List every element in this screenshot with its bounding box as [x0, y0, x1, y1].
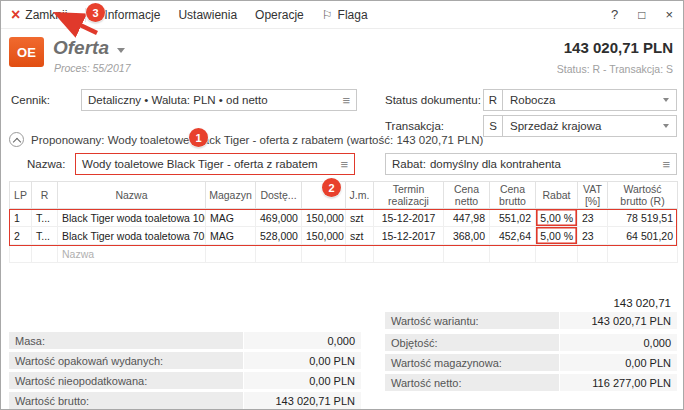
nazwa-row: Nazwa: Wody toaletowe Black Tiger - ofer…	[27, 153, 355, 175]
collapse-chevron-up-icon[interactable]	[9, 132, 24, 147]
wartosc-wariantu-value: 143 020,71 PLN	[559, 312, 677, 329]
table-cell: 15-12-2017	[374, 209, 444, 227]
column-header-vat[interactable]: VAT [%]	[578, 182, 608, 209]
annotation-badge-3: 3	[86, 3, 105, 22]
column-header-cena-brutto[interactable]: Cena brutto	[490, 182, 536, 209]
flag-icon: ⚐	[322, 8, 333, 22]
nazwa-label: Nazwa:	[27, 158, 75, 170]
wartosc-nieopodatkowana-value: 0,00 PLN	[243, 372, 361, 389]
transakcja-dropdown[interactable]: Sprzedaż krajowa	[503, 115, 677, 137]
help-button[interactable]: ?	[611, 7, 618, 22]
items-table: LP R Nazwa Magazyn Dostę... J.m. Termin …	[9, 181, 678, 263]
menu-flaga[interactable]: ⚐ Flaga	[322, 8, 368, 22]
table-empty-row[interactable]: Nazwa	[10, 245, 678, 263]
cennik-field[interactable]: Detaliczny • Waluta: PLN • od netto ≡	[81, 89, 357, 111]
table-cell: 15-12-2017	[374, 227, 444, 245]
table-row[interactable]: 2 T... Black Tiger woda toaletowa 70ml M…	[10, 227, 678, 245]
table-cell: MAG	[206, 209, 256, 227]
table-cell: 78 519,51	[608, 209, 678, 227]
cennik-value: Detaliczny • Waluta: PLN • od netto	[88, 94, 268, 106]
menu-zamknij-label: Zamknij	[25, 8, 67, 22]
column-header-rabat[interactable]: Rabat	[536, 182, 578, 209]
objetosc-value: 0,000	[559, 334, 677, 351]
status-code-box[interactable]: R	[483, 89, 503, 111]
table-cell: 64 501,20	[608, 227, 678, 245]
wartosc-nieopodatkowana-row: Wartość nieopodatkowana: 0,00 PLN	[9, 372, 361, 389]
nazwa-options-icon[interactable]: ≡	[340, 158, 348, 171]
offer-document-window: × Zamknij Informacje Ustawienia Operacje…	[0, 0, 684, 410]
table-cell: 150,000	[302, 209, 346, 227]
column-header-r[interactable]: R	[32, 182, 58, 209]
column-header-magazyn[interactable]: Magazyn	[206, 182, 256, 209]
wartosc-magazynowa-row: Wartość magazynowa: 0,00 PLN	[385, 354, 677, 371]
rabat-field[interactable]: Rabat: domyślny dla kontrahenta ≡	[385, 153, 677, 175]
wartosc-netto-value: 116 277,00 PLN	[559, 374, 677, 391]
transakcja-label: Transakcja:	[385, 120, 483, 132]
new-item-placeholder-cell[interactable]: Nazwa	[58, 245, 206, 263]
document-total-amount: 143 020,71 PLN	[564, 39, 673, 56]
wartosc-wariantu-label: Wartość wariantu:	[385, 312, 559, 329]
empty-cell	[536, 245, 578, 263]
status-dropdown[interactable]: Robocza	[503, 89, 677, 111]
masa-row: Masa: 0,000	[9, 332, 361, 349]
wartosc-brutto-label: Wartość brutto:	[9, 392, 243, 409]
annotation-badge-1: 1	[189, 128, 208, 147]
table-cell: T...	[32, 209, 58, 227]
nazwa-field[interactable]: Wody toaletowe Black Tiger - oferta z ra…	[75, 153, 355, 175]
menu-flaga-label: Flaga	[338, 8, 368, 22]
column-header-termin[interactable]: Termin realizacji	[374, 182, 444, 209]
column-header-wartosc-brutto[interactable]: Wartość brutto (R)	[608, 182, 678, 209]
objetosc-row: Objętość: 0,000	[385, 334, 677, 351]
status-grid: Status dokumentu: R Robocza Transakcja: …	[385, 89, 677, 137]
table-cell: MAG	[206, 227, 256, 245]
column-header-cena-netto[interactable]: Cena netto	[444, 182, 490, 209]
wartosc-magazynowa-value: 0,00 PLN	[559, 354, 677, 371]
menu-zamknij[interactable]: × Zamknij	[11, 8, 67, 22]
maximize-button[interactable]: □	[638, 8, 645, 22]
table-row[interactable]: 1 T... Black Tiger woda toaletowa 100ml …	[10, 209, 678, 227]
table-cell-rabat: 5,00 %	[536, 209, 578, 227]
status-summary-line: Status: R - Transakcja: S	[557, 63, 673, 75]
column-header-lp[interactable]: LP	[10, 182, 32, 209]
table-cell: 452,64	[490, 227, 536, 245]
table-cell: 528,000	[256, 227, 302, 245]
cennik-label: Cennik:	[11, 94, 81, 106]
rabat-options-icon[interactable]: ≡	[662, 158, 670, 171]
wartosc-brutto-row: Wartość brutto: 143 020,71 PLN	[9, 392, 361, 409]
window-controls: ? □ ×	[611, 7, 673, 22]
empty-cell	[302, 245, 346, 263]
wartosc-nieopodatkowana-label: Wartość nieopodatkowana:	[9, 372, 243, 389]
document-type-badge: OE	[9, 37, 44, 67]
column-header-jm[interactable]: J.m.	[346, 182, 374, 209]
table-cell: 23	[578, 227, 608, 245]
cennik-options-icon[interactable]: ≡	[342, 94, 350, 107]
menu-ustawienia[interactable]: Ustawienia	[178, 8, 237, 22]
process-subtitle: Proces: 55/2017	[54, 62, 130, 74]
wartosc-wariantu-row: Wartość wariantu: 143 020,71 PLN	[385, 312, 677, 329]
transakcja-chevron-down-icon	[663, 124, 669, 128]
table-header-row: LP R Nazwa Magazyn Dostę... J.m. Termin …	[10, 182, 678, 209]
column-header-dostepne[interactable]: Dostę...	[256, 182, 302, 209]
wartosc-column-sum: 143 020,71	[613, 297, 671, 309]
table-cell: 150,000	[302, 227, 346, 245]
empty-cell	[490, 245, 536, 263]
status-chevron-down-icon	[663, 98, 669, 102]
menu-operacje[interactable]: Operacje	[255, 8, 304, 22]
status-dokumentu-label: Status dokumentu:	[385, 94, 483, 106]
table-cell: 368,00	[444, 227, 490, 245]
document-title-wrap: Oferta	[53, 37, 125, 59]
transakcja-code-box[interactable]: S	[483, 115, 503, 137]
menu-informacje[interactable]: Informacje	[104, 8, 160, 22]
rabat-label: Rabat:	[392, 158, 426, 170]
page-title: Oferta	[53, 37, 109, 59]
table-cell: szt	[346, 227, 374, 245]
empty-cell	[608, 245, 678, 263]
cennik-row: Cennik: Detaliczny • Waluta: PLN • od ne…	[11, 89, 357, 111]
title-chevron-down-icon[interactable]	[117, 48, 125, 53]
status-dokumentu-row: Status dokumentu: R Robocza	[385, 89, 677, 111]
empty-cell	[346, 245, 374, 263]
window-close-button[interactable]: ×	[665, 7, 673, 22]
column-header-nazwa[interactable]: Nazwa	[58, 182, 206, 209]
table-cell: Black Tiger woda toaletowa 70ml	[58, 227, 206, 245]
table-cell: 551,02	[490, 209, 536, 227]
